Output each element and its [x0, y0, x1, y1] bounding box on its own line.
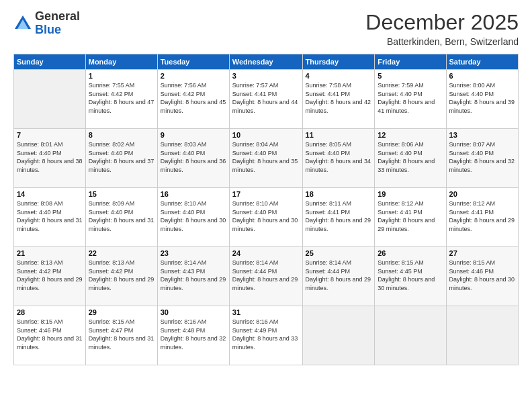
day-info: Sunrise: 8:08 AMSunset: 4:40 PMDaylight:… [17, 199, 83, 233]
calendar-cell: 26Sunrise: 8:15 AMSunset: 4:45 PMDayligh… [375, 247, 446, 306]
day-number: 26 [378, 249, 443, 257]
calendar-cell: 29Sunrise: 8:15 AMSunset: 4:47 PMDayligh… [85, 306, 157, 365]
day-number: 11 [306, 131, 372, 139]
day-number: 25 [306, 249, 372, 257]
calendar-cell: 24Sunrise: 8:14 AMSunset: 4:44 PMDayligh… [229, 247, 302, 306]
calendar-cell: 3Sunrise: 7:57 AMSunset: 4:41 PMDaylight… [229, 70, 302, 129]
week-row-3: 21Sunrise: 8:13 AMSunset: 4:42 PMDayligh… [14, 247, 519, 306]
calendar-cell: 5Sunrise: 7:59 AMSunset: 4:40 PMDaylight… [375, 70, 446, 129]
calendar-cell [375, 306, 446, 365]
day-number: 19 [378, 190, 443, 198]
day-number: 30 [161, 308, 226, 316]
day-number: 5 [378, 72, 443, 80]
day-number: 9 [161, 131, 226, 139]
day-header-tuesday: Tuesday [157, 54, 229, 70]
calendar-cell: 21Sunrise: 8:13 AMSunset: 4:42 PMDayligh… [14, 247, 86, 306]
title-block: December 2025 Batterkinden, Bern, Switze… [365, 10, 519, 47]
calendar-cell: 7Sunrise: 8:01 AMSunset: 4:40 PMDaylight… [14, 129, 86, 188]
day-number: 10 [232, 131, 300, 139]
calendar-cell: 22Sunrise: 8:13 AMSunset: 4:42 PMDayligh… [85, 247, 157, 306]
calendar-cell: 31Sunrise: 8:16 AMSunset: 4:49 PMDayligh… [229, 306, 302, 365]
day-number: 4 [306, 72, 372, 80]
day-info: Sunrise: 8:04 AMSunset: 4:40 PMDaylight:… [232, 140, 300, 174]
day-info: Sunrise: 8:15 AMSunset: 4:47 PMDaylight:… [89, 318, 154, 351]
day-info: Sunrise: 8:15 AMSunset: 4:46 PMDaylight:… [17, 318, 83, 351]
calendar-cell: 12Sunrise: 8:06 AMSunset: 4:40 PMDayligh… [375, 129, 446, 188]
location: Batterkinden, Bern, Switzerland [365, 36, 519, 47]
day-number: 24 [232, 249, 300, 257]
day-info: Sunrise: 8:05 AMSunset: 4:40 PMDaylight:… [306, 140, 372, 174]
calendar-cell: 27Sunrise: 8:15 AMSunset: 4:46 PMDayligh… [446, 247, 518, 306]
day-number: 27 [449, 249, 515, 257]
calendar-cell: 25Sunrise: 8:14 AMSunset: 4:44 PMDayligh… [302, 247, 375, 306]
week-row-4: 28Sunrise: 8:15 AMSunset: 4:46 PMDayligh… [14, 306, 519, 365]
day-number: 1 [89, 72, 154, 80]
logo-blue: Blue [35, 23, 61, 36]
calendar-cell: 13Sunrise: 8:07 AMSunset: 4:40 PMDayligh… [446, 129, 518, 188]
day-info: Sunrise: 7:59 AMSunset: 4:40 PMDaylight:… [378, 81, 443, 115]
header: General Blue December 2025 Batterkinden,… [13, 10, 519, 47]
day-info: Sunrise: 8:10 AMSunset: 4:40 PMDaylight:… [161, 199, 226, 233]
day-number: 28 [17, 308, 83, 316]
calendar-cell: 17Sunrise: 8:10 AMSunset: 4:40 PMDayligh… [229, 188, 302, 247]
calendar-cell: 11Sunrise: 8:05 AMSunset: 4:40 PMDayligh… [302, 129, 375, 188]
day-number: 7 [17, 131, 83, 139]
calendar-cell: 2Sunrise: 7:56 AMSunset: 4:42 PMDaylight… [157, 70, 229, 129]
day-number: 13 [449, 131, 515, 139]
calendar-cell: 15Sunrise: 8:09 AMSunset: 4:40 PMDayligh… [85, 188, 157, 247]
day-info: Sunrise: 8:01 AMSunset: 4:40 PMDaylight:… [17, 140, 83, 174]
day-info: Sunrise: 8:12 AMSunset: 4:41 PMDaylight:… [378, 199, 443, 233]
calendar-cell: 9Sunrise: 8:03 AMSunset: 4:40 PMDaylight… [157, 129, 229, 188]
day-number: 31 [232, 308, 300, 316]
day-header-saturday: Saturday [446, 54, 518, 70]
day-number: 18 [306, 190, 372, 198]
calendar-cell: 20Sunrise: 8:12 AMSunset: 4:41 PMDayligh… [446, 188, 518, 247]
day-info: Sunrise: 8:03 AMSunset: 4:40 PMDaylight:… [161, 140, 226, 174]
day-number: 6 [449, 72, 515, 80]
day-header-thursday: Thursday [302, 54, 375, 70]
day-info: Sunrise: 8:13 AMSunset: 4:42 PMDaylight:… [17, 259, 83, 292]
day-info: Sunrise: 8:09 AMSunset: 4:40 PMDaylight:… [89, 199, 154, 233]
calendar-cell: 16Sunrise: 8:10 AMSunset: 4:40 PMDayligh… [157, 188, 229, 247]
calendar-cell: 19Sunrise: 8:12 AMSunset: 4:41 PMDayligh… [375, 188, 446, 247]
calendar-header-row: SundayMondayTuesdayWednesdayThursdayFrid… [14, 54, 519, 70]
day-info: Sunrise: 8:15 AMSunset: 4:45 PMDaylight:… [378, 259, 443, 292]
day-info: Sunrise: 8:10 AMSunset: 4:40 PMDaylight:… [232, 199, 300, 233]
calendar-cell [14, 70, 86, 129]
logo-icon [13, 14, 32, 33]
day-number: 17 [232, 190, 300, 198]
day-number: 20 [449, 190, 515, 198]
day-number: 8 [89, 131, 154, 139]
calendar-cell [446, 306, 518, 365]
day-info: Sunrise: 8:00 AMSunset: 4:40 PMDaylight:… [449, 81, 515, 115]
calendar-cell: 6Sunrise: 8:00 AMSunset: 4:40 PMDaylight… [446, 70, 518, 129]
calendar-table: SundayMondayTuesdayWednesdayThursdayFrid… [13, 54, 519, 365]
week-row-2: 14Sunrise: 8:08 AMSunset: 4:40 PMDayligh… [14, 188, 519, 247]
calendar-cell: 1Sunrise: 7:55 AMSunset: 4:42 PMDaylight… [85, 70, 157, 129]
day-info: Sunrise: 8:12 AMSunset: 4:41 PMDaylight:… [449, 199, 515, 233]
logo-general: General [35, 9, 80, 23]
calendar-cell: 28Sunrise: 8:15 AMSunset: 4:46 PMDayligh… [14, 306, 86, 365]
day-info: Sunrise: 8:02 AMSunset: 4:40 PMDaylight:… [89, 140, 154, 174]
calendar-page: General Blue December 2025 Batterkinden,… [0, 0, 532, 411]
day-info: Sunrise: 8:16 AMSunset: 4:48 PMDaylight:… [161, 318, 226, 351]
day-number: 12 [378, 131, 443, 139]
day-info: Sunrise: 8:13 AMSunset: 4:42 PMDaylight:… [89, 259, 154, 292]
day-number: 15 [89, 190, 154, 198]
day-info: Sunrise: 8:16 AMSunset: 4:49 PMDaylight:… [232, 318, 300, 351]
day-info: Sunrise: 8:15 AMSunset: 4:46 PMDaylight:… [449, 259, 515, 292]
day-info: Sunrise: 7:58 AMSunset: 4:41 PMDaylight:… [306, 81, 372, 115]
day-number: 23 [161, 249, 226, 257]
day-number: 22 [89, 249, 154, 257]
day-info: Sunrise: 7:56 AMSunset: 4:42 PMDaylight:… [161, 81, 226, 115]
day-header-friday: Friday [375, 54, 446, 70]
day-number: 3 [232, 72, 300, 80]
day-number: 2 [161, 72, 226, 80]
day-info: Sunrise: 8:14 AMSunset: 4:44 PMDaylight:… [306, 259, 372, 292]
day-header-wednesday: Wednesday [229, 54, 302, 70]
week-row-1: 7Sunrise: 8:01 AMSunset: 4:40 PMDaylight… [14, 129, 519, 188]
logo-text: General Blue [35, 10, 80, 37]
calendar-cell: 10Sunrise: 8:04 AMSunset: 4:40 PMDayligh… [229, 129, 302, 188]
month-title: December 2025 [365, 10, 519, 35]
calendar-cell: 18Sunrise: 8:11 AMSunset: 4:41 PMDayligh… [302, 188, 375, 247]
